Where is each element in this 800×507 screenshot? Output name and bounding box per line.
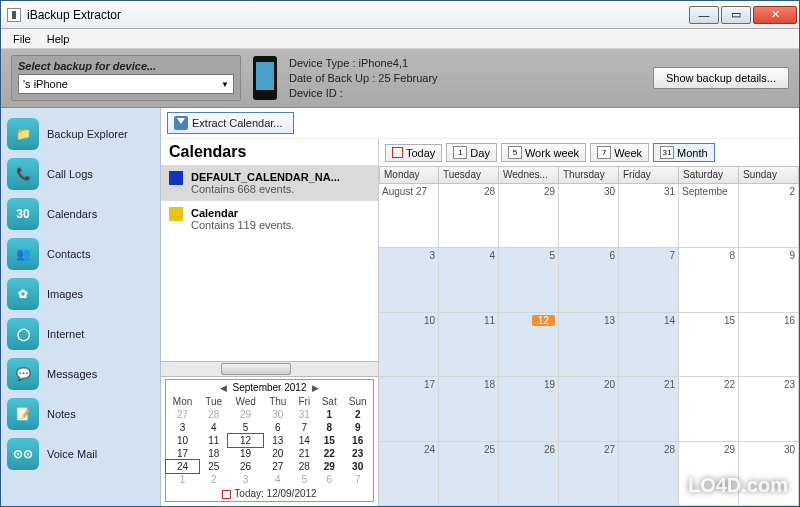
grid-cell[interactable]: 5 — [499, 248, 559, 312]
sidebar-item-backup-explorer[interactable]: 📁Backup Explorer — [7, 116, 154, 152]
grid-cell[interactable]: 16 — [739, 313, 799, 377]
grid-cell[interactable]: 12 — [499, 313, 559, 377]
minical-day[interactable]: 1 — [166, 473, 199, 486]
minical-day[interactable]: 5 — [228, 421, 263, 434]
grid-cell[interactable]: 18 — [439, 377, 499, 441]
calendar-list-item[interactable]: DEFAULT_CALENDAR_NA...Contains 668 event… — [161, 165, 378, 201]
sidebar-item-notes[interactable]: 📝Notes — [7, 396, 154, 432]
grid-cell[interactable]: 28 — [619, 442, 679, 506]
minical-day[interactable]: 28 — [199, 408, 228, 421]
grid-cell[interactable]: 22 — [679, 377, 739, 441]
sidebar-item-messages[interactable]: 💬Messages — [7, 356, 154, 392]
grid-cell[interactable]: 11 — [439, 313, 499, 377]
minical-day[interactable]: 9 — [342, 421, 373, 434]
minical-day[interactable]: 13 — [263, 434, 293, 447]
minical-day[interactable]: 7 — [342, 473, 373, 486]
view-workweek-button[interactable]: 5Work week — [501, 143, 586, 162]
minical-day[interactable]: 6 — [263, 421, 293, 434]
minical-day[interactable]: 22 — [316, 447, 342, 460]
minical-day[interactable]: 5 — [293, 473, 316, 486]
sidebar-item-contacts[interactable]: 👥Contacts — [7, 236, 154, 272]
sidebar-item-call-logs[interactable]: 📞Call Logs — [7, 156, 154, 192]
minical-day[interactable]: 10 — [166, 434, 199, 447]
minical-day[interactable]: 21 — [293, 447, 316, 460]
minical-day[interactable]: 3 — [166, 421, 199, 434]
grid-cell[interactable]: 2 — [739, 184, 799, 248]
grid-cell[interactable]: 14 — [619, 313, 679, 377]
grid-cell[interactable]: 27 — [559, 442, 619, 506]
grid-cell[interactable]: 8 — [679, 248, 739, 312]
minical-day[interactable]: 26 — [228, 460, 263, 473]
minical-day[interactable]: 23 — [342, 447, 373, 460]
grid-cell[interactable]: 15 — [679, 313, 739, 377]
minical-day[interactable]: 16 — [342, 434, 373, 447]
minical-day[interactable]: 19 — [228, 447, 263, 460]
minical-day[interactable]: 29 — [228, 408, 263, 421]
view-month-button[interactable]: 31Month — [653, 143, 715, 162]
sidebar-item-images[interactable]: ✿Images — [7, 276, 154, 312]
sidebar-item-calendars[interactable]: 30Calendars — [7, 196, 154, 232]
minical-day[interactable]: 8 — [316, 421, 342, 434]
minical-next-button[interactable]: ▶ — [312, 383, 319, 393]
scrollbar-thumb[interactable] — [221, 363, 291, 375]
minical-day[interactable]: 27 — [166, 408, 199, 421]
minical-day[interactable]: 20 — [263, 447, 293, 460]
minical-day[interactable]: 4 — [199, 421, 228, 434]
grid-cell[interactable]: 30 — [559, 184, 619, 248]
minical-day[interactable]: 2 — [199, 473, 228, 486]
grid-cell[interactable]: 24 — [379, 442, 439, 506]
minical-prev-button[interactable]: ◀ — [220, 383, 227, 393]
minical-day[interactable]: 31 — [293, 408, 316, 421]
minical-day[interactable]: 29 — [316, 460, 342, 473]
minical-day[interactable]: 3 — [228, 473, 263, 486]
grid-cell[interactable]: 10 — [379, 313, 439, 377]
grid-cell[interactable]: Septembe — [679, 184, 739, 248]
grid-cell[interactable]: 13 — [559, 313, 619, 377]
grid-cell[interactable]: 23 — [739, 377, 799, 441]
minical-day[interactable]: 30 — [342, 460, 373, 473]
minical-day[interactable]: 27 — [263, 460, 293, 473]
grid-cell[interactable]: August 27 — [379, 184, 439, 248]
view-today-button[interactable]: Today — [385, 144, 442, 162]
grid-cell[interactable]: 26 — [499, 442, 559, 506]
grid-cell[interactable]: 4 — [439, 248, 499, 312]
menu-file[interactable]: File — [5, 31, 39, 47]
horizontal-scrollbar[interactable] — [161, 361, 378, 377]
grid-cell[interactable]: 17 — [379, 377, 439, 441]
grid-cell[interactable]: 3 — [379, 248, 439, 312]
minical-day[interactable]: 1 — [316, 408, 342, 421]
minical-day[interactable]: 12 — [228, 434, 263, 447]
grid-cell[interactable]: 31 — [619, 184, 679, 248]
show-backup-details-button[interactable]: Show backup details... — [653, 67, 789, 89]
close-button[interactable]: ✕ — [753, 6, 797, 24]
menu-help[interactable]: Help — [39, 31, 78, 47]
sidebar-item-internet[interactable]: ◯Internet — [7, 316, 154, 352]
grid-cell[interactable]: 9 — [739, 248, 799, 312]
minical-day[interactable]: 28 — [293, 460, 316, 473]
minical-day[interactable]: 11 — [199, 434, 228, 447]
minical-day[interactable]: 15 — [316, 434, 342, 447]
minical-day[interactable]: 30 — [263, 408, 293, 421]
minical-day[interactable]: 7 — [293, 421, 316, 434]
minical-day[interactable]: 17 — [166, 447, 199, 460]
grid-cell[interactable]: 20 — [559, 377, 619, 441]
grid-cell[interactable]: 25 — [439, 442, 499, 506]
minical-today-row[interactable]: Today: 12/09/2012 — [166, 486, 373, 501]
grid-cell[interactable]: 7 — [619, 248, 679, 312]
maximize-button[interactable]: ▭ — [721, 6, 751, 24]
view-week-button[interactable]: 7Week — [590, 143, 649, 162]
minical-day[interactable]: 4 — [263, 473, 293, 486]
grid-cell[interactable]: 19 — [499, 377, 559, 441]
minical-day[interactable]: 24 — [166, 460, 199, 473]
grid-cell[interactable]: 29 — [499, 184, 559, 248]
minical-day[interactable]: 6 — [316, 473, 342, 486]
grid-cell[interactable]: 6 — [559, 248, 619, 312]
view-day-button[interactable]: 1Day — [446, 143, 497, 162]
grid-cell[interactable]: 28 — [439, 184, 499, 248]
extract-calendar-button[interactable]: Extract Calendar... — [167, 112, 294, 134]
device-dropdown[interactable]: 's iPhone ▼ — [18, 74, 234, 94]
calendar-list-item[interactable]: CalendarContains 119 events. — [161, 201, 378, 237]
minical-day[interactable]: 14 — [293, 434, 316, 447]
minical-day[interactable]: 2 — [342, 408, 373, 421]
minical-day[interactable]: 18 — [199, 447, 228, 460]
